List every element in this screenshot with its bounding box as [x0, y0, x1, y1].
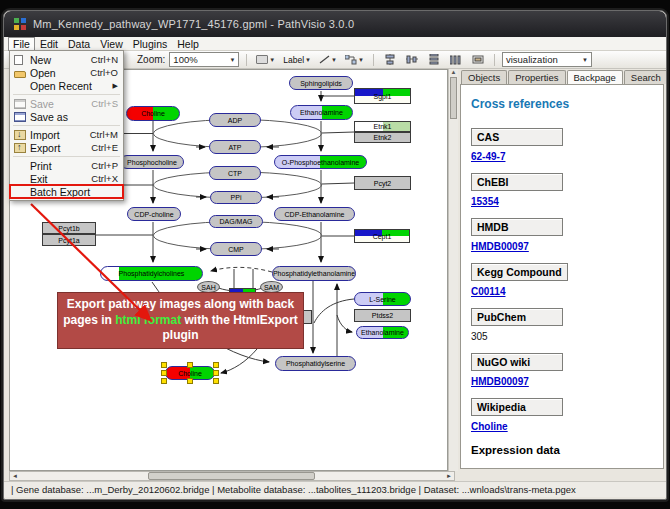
menu-item-batch-export[interactable]: Batch Export: [10, 185, 123, 198]
node-pcyt1b[interactable]: Pcyt1b: [42, 222, 96, 234]
xref-link[interactable]: Choline: [471, 421, 508, 432]
node-cmp[interactable]: CMP: [210, 242, 262, 256]
toolbar-separator: [246, 54, 247, 66]
menu-item-save-as[interactable]: Save as: [10, 110, 123, 123]
selection-handle[interactable]: [161, 378, 167, 384]
xref-link[interactable]: 62-49-7: [471, 151, 505, 162]
menu-item-open[interactable]: Open Ctrl+O: [10, 66, 123, 79]
node-phosphatidylethanolamine[interactable]: Phosphatidylethanolamine: [272, 266, 356, 281]
chevron-down-icon: ▼: [582, 57, 588, 63]
node-adp[interactable]: ADP: [209, 113, 261, 127]
xref-database-name: Kegg Compound: [471, 263, 568, 281]
node-atp[interactable]: ATP: [209, 140, 261, 154]
label-tool-dropdown[interactable]: Label ▼: [281, 53, 313, 66]
menu-data[interactable]: Data: [63, 38, 95, 50]
node-sgpl1[interactable]: Sgpl1: [354, 88, 411, 104]
common-bounds-button[interactable]: [469, 53, 487, 66]
node-l-serine[interactable]: L-Serine: [354, 292, 411, 306]
selection-handle[interactable]: [213, 378, 219, 384]
menu-item-new[interactable]: New Ctrl+N: [10, 53, 123, 66]
menu-edit[interactable]: Edit: [35, 38, 63, 50]
node-ethanolamine-top[interactable]: Ethanolamine: [290, 105, 353, 120]
xref-section-hmdb: HMDB HMDB00097: [471, 217, 653, 252]
shape-icon: [256, 55, 268, 64]
tab-properties[interactable]: Properties: [508, 70, 565, 84]
node-pcyt2[interactable]: Pcyt2: [354, 176, 411, 190]
selection-handle[interactable]: [213, 362, 219, 368]
xref-link[interactable]: 15354: [471, 196, 499, 207]
menu-help[interactable]: Help: [172, 38, 204, 50]
canvas-vertical-scrollbar[interactable]: ▲: [448, 69, 458, 471]
menu-plugins[interactable]: Plugins: [128, 38, 172, 50]
status-bar: | Gene database: ...m_Derby_20120602.bri…: [4, 481, 666, 497]
selection-handle[interactable]: [161, 370, 167, 376]
connector-icon: [345, 55, 357, 65]
node-ctp[interactable]: CTP: [209, 166, 261, 180]
menu-item-export[interactable]: Export Ctrl+E: [10, 141, 123, 154]
node-etnk2[interactable]: Etnk2: [354, 132, 411, 143]
menu-view[interactable]: View: [95, 38, 128, 50]
status-text: | Gene database: ...m_Derby_20120602.bri…: [11, 484, 576, 495]
menu-shortcut: Ctrl+P: [91, 160, 118, 171]
menu-item-print[interactable]: Print Ctrl+P: [10, 159, 123, 172]
selection-handle[interactable]: [213, 370, 219, 376]
node-ptdss2[interactable]: Ptdss2: [354, 309, 411, 322]
xref-section-kegg: Kegg Compound C00114: [471, 262, 653, 297]
title-bar[interactable]: Mm_Kennedy_pathway_WP1771_45176.gpml - P…: [4, 11, 666, 37]
canvas-horizontal-scrollbar[interactable]: ◄ ►: [9, 471, 455, 481]
tab-search[interactable]: Search: [624, 70, 667, 84]
node-pcyt1a[interactable]: Pcyt1a: [42, 234, 96, 246]
menu-separator: [13, 94, 120, 95]
menu-item-exit[interactable]: Exit Ctrl+X: [10, 172, 123, 185]
tab-objects[interactable]: Objects: [461, 70, 507, 84]
selection-handle[interactable]: [187, 362, 193, 368]
selection-handle[interactable]: [187, 378, 193, 384]
xref-link[interactable]: HMDB00097: [471, 376, 529, 387]
node-etnk1[interactable]: Etnk1: [354, 121, 411, 132]
align-center-x-button[interactable]: [381, 53, 399, 66]
xref-link[interactable]: HMDB00097: [471, 241, 529, 252]
menu-file[interactable]: File: [8, 37, 35, 51]
node-cdp-ethanolamine[interactable]: CDP-Ethanolamine: [274, 207, 355, 221]
menu-item-open-recent[interactable]: Open Recent ▶: [10, 79, 123, 92]
distribute-vertical-icon: [428, 54, 440, 65]
line-tool-dropdown[interactable]: ▼: [317, 53, 339, 66]
tab-backpage[interactable]: Backpage: [567, 70, 623, 84]
annotation-text: Export pathway images along with back pa…: [63, 297, 298, 344]
xref-link[interactable]: C00114: [471, 286, 505, 297]
connector-tool-dropdown[interactable]: ▼: [343, 53, 366, 66]
xref-database-name: HMDB: [471, 218, 563, 236]
distribute-vertical-button[interactable]: [425, 53, 443, 66]
node-cdp-choline[interactable]: CDP-choline: [127, 207, 181, 221]
scroll-left-icon[interactable]: ◄: [10, 473, 20, 479]
node-cept1[interactable]: Cept1: [354, 229, 410, 243]
menu-item-import[interactable]: Import Ctrl+M: [10, 128, 123, 141]
xref-database-name: CAS: [471, 128, 563, 146]
node-phosphocholine[interactable]: Phosphocholine: [120, 155, 184, 169]
node-o-phosphoethanolamine[interactable]: O-Phosphoethanolamine: [274, 155, 367, 169]
zoom-combobox[interactable]: 100% ▼: [169, 52, 239, 67]
selection-handle[interactable]: [161, 362, 167, 368]
menu-icon-spacer: [14, 161, 26, 171]
scrollbar-thumb[interactable]: [450, 77, 457, 119]
distribute-horizontal-button[interactable]: [447, 53, 465, 66]
node-ethanolamine-bottom[interactable]: Ethanolamine: [356, 326, 409, 339]
chevron-down-icon: ▼: [331, 57, 337, 63]
xref-value: 305: [471, 331, 653, 342]
backpage-panel[interactable]: Cross references CAS 62-49-7 ChEBI 15354…: [460, 84, 664, 469]
scroll-right-icon[interactable]: ►: [444, 473, 454, 479]
node-ppi[interactable]: PPi: [210, 191, 262, 204]
pathvisio-app-icon: [13, 17, 27, 31]
visualization-combobox[interactable]: visualization ▼: [502, 52, 592, 67]
align-center-y-button[interactable]: [403, 53, 421, 66]
node-dag-mag[interactable]: DAG/MAG: [209, 215, 263, 228]
node-phosphatidylserine[interactable]: Phosphatidylserine: [275, 356, 356, 371]
menu-item-label: Batch Export: [30, 186, 90, 198]
scroll-up-icon[interactable]: ▲: [451, 69, 457, 75]
node-sphingolipids[interactable]: Sphingolipids: [289, 76, 353, 90]
shape-tool-dropdown[interactable]: ▼: [254, 53, 277, 66]
scrollbar-thumb[interactable]: [148, 472, 315, 480]
node-phosphatidylcholines[interactable]: Phosphatidylcholines: [100, 266, 203, 281]
node-choline-top[interactable]: Choline: [126, 106, 180, 121]
menu-separator: [13, 125, 120, 126]
